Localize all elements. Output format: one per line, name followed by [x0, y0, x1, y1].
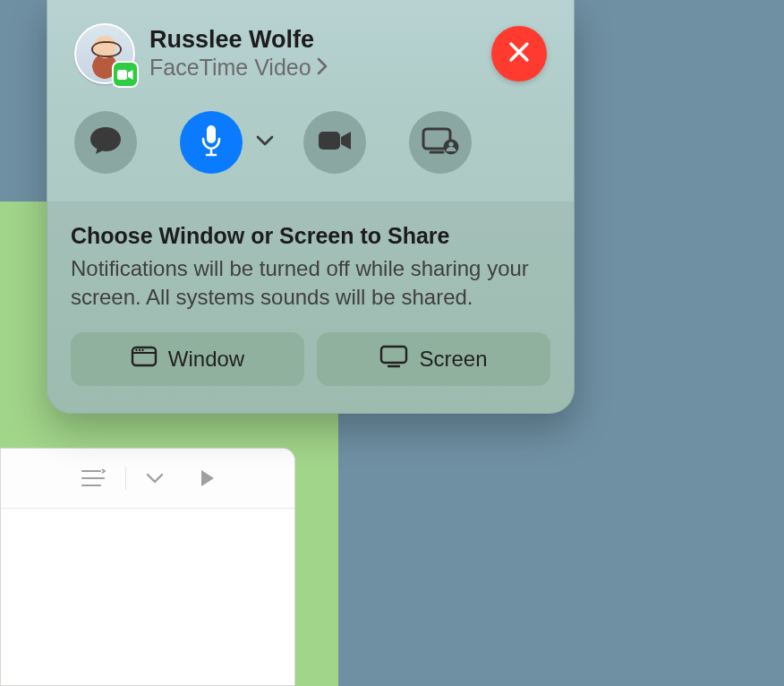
svg-rect-10: [319, 132, 340, 150]
share-buttons-row: Window Screen: [71, 332, 550, 386]
microphone-icon: [200, 124, 223, 161]
svg-point-19: [141, 349, 143, 351]
background-app-toolbar: [1, 449, 294, 508]
background-app-content: [1, 508, 294, 685]
share-screen-button[interactable]: Screen: [317, 332, 550, 386]
call-type-label: FaceTime Video: [149, 55, 311, 81]
share-section: Choose Window or Screen to Share Notific…: [47, 201, 574, 413]
svg-rect-7: [207, 125, 216, 143]
svg-rect-20: [381, 347, 406, 363]
share-window-label: Window: [168, 347, 244, 372]
video-icon: [317, 128, 353, 157]
svg-point-17: [135, 349, 137, 351]
facetime-panel: Russlee Wolfe FaceTime Video: [47, 0, 575, 414]
screen-share-button[interactable]: [409, 111, 472, 174]
facetime-badge-icon: [112, 61, 139, 88]
share-window-button[interactable]: Window: [71, 332, 304, 386]
facetime-header: Russlee Wolfe FaceTime Video: [47, 0, 574, 93]
svg-rect-4: [117, 70, 127, 80]
chevron-right-icon: [317, 55, 328, 81]
screen-share-icon: [422, 126, 459, 159]
contact-avatar-wrap: [74, 23, 135, 84]
play-icon[interactable]: [200, 469, 216, 487]
window-icon: [131, 346, 158, 373]
chevron-down-icon[interactable]: [146, 472, 164, 484]
list-icon[interactable]: [81, 468, 106, 488]
facetime-title-column: Russlee Wolfe FaceTime Video: [149, 27, 477, 81]
close-icon: [507, 39, 532, 68]
microphone-button[interactable]: [180, 111, 243, 174]
share-description: Notifications will be turned off while s…: [71, 254, 550, 313]
share-screen-label: Screen: [419, 347, 487, 372]
toolbar-divider: [125, 467, 126, 490]
svg-point-18: [139, 349, 141, 351]
facetime-controls: [47, 93, 574, 201]
call-type-row[interactable]: FaceTime Video: [149, 55, 477, 81]
background-app-window: [0, 448, 295, 686]
share-title: Choose Window or Screen to Share: [71, 223, 550, 249]
messages-button[interactable]: [74, 111, 137, 174]
microphone-options-button[interactable]: [255, 134, 275, 150]
message-icon: [89, 125, 123, 159]
screen-icon: [379, 345, 408, 373]
contact-name: Russlee Wolfe: [149, 27, 477, 54]
svg-point-14: [448, 141, 453, 146]
camera-button[interactable]: [303, 111, 366, 174]
close-button[interactable]: [491, 26, 547, 81]
svg-marker-3: [201, 470, 214, 486]
